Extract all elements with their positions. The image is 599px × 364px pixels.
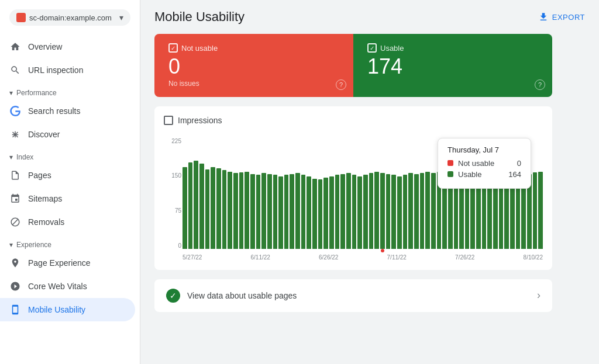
- chart-bar[interactable]: [216, 168, 221, 249]
- chart-bar[interactable]: [183, 167, 187, 249]
- usable-count: 174: [367, 55, 538, 78]
- y-axis-labels: 225 150 75 0: [164, 138, 181, 249]
- chart-bar[interactable]: [386, 174, 391, 249]
- removals-icon: [9, 216, 21, 228]
- x-axis-labels: 5/27/22 6/11/22 6/26/22 7/11/22 7/26/22 …: [183, 254, 543, 261]
- sidebar-item-core-web-vitals[interactable]: Core Web Vitals: [0, 275, 135, 298]
- chart-bar[interactable]: [533, 172, 538, 248]
- chevron-down-icon: ▾: [119, 13, 123, 22]
- mobile-icon: [9, 304, 21, 316]
- chart-bar[interactable]: [538, 172, 543, 249]
- chart-bar[interactable]: [329, 176, 334, 249]
- chart-container: Impressions 225 150 75 0 5/27/22 6/11/22…: [154, 106, 552, 270]
- help-icon-green[interactable]: ?: [535, 79, 545, 90]
- chart-bar[interactable]: [250, 174, 255, 249]
- page-experience-icon: [9, 257, 21, 269]
- chart-bar[interactable]: [239, 172, 244, 248]
- tooltip-dot-green: [447, 171, 453, 177]
- chart-bar[interactable]: [380, 173, 385, 249]
- pages-icon: [9, 169, 21, 181]
- chart-bar[interactable]: [335, 175, 340, 248]
- sidebar-item-pages[interactable]: Pages: [0, 164, 135, 187]
- content-area: ✓ Not usable 0 No issues ? ✓ Usable 174 …: [140, 34, 599, 326]
- chart-bar[interactable]: [245, 172, 249, 249]
- chart-bar[interactable]: [346, 173, 351, 249]
- chart-bar[interactable]: [290, 174, 294, 249]
- chart-bar[interactable]: [431, 173, 436, 249]
- chart-area: 225 150 75 0 5/27/22 6/11/22 6/26/22 7/1…: [164, 132, 543, 261]
- chart-bar[interactable]: [307, 176, 311, 249]
- chart-bar[interactable]: [340, 174, 345, 249]
- section-index[interactable]: ▾ Index: [0, 146, 140, 164]
- chart-bar[interactable]: [420, 173, 425, 249]
- property-selector[interactable]: sc-domain:example.com ▾: [9, 9, 130, 26]
- chevron-right-icon: ›: [537, 289, 541, 301]
- chart-bar[interactable]: [278, 176, 283, 249]
- sidebar-item-removals[interactable]: Removals: [0, 210, 135, 234]
- check-icon-green: ✓: [367, 43, 377, 53]
- help-icon-red[interactable]: ?: [336, 79, 346, 90]
- export-button[interactable]: EXPORT: [538, 12, 585, 22]
- view-data-card[interactable]: ✓ View data about usable pages ›: [154, 279, 552, 312]
- search-icon: [9, 64, 21, 76]
- property-icon: [16, 13, 26, 22]
- view-data-text: View data about usable pages: [187, 291, 530, 300]
- chart-title: Impressions: [178, 116, 222, 125]
- chart-bar[interactable]: [425, 172, 430, 249]
- success-icon: ✓: [166, 289, 180, 303]
- chart-bar[interactable]: [188, 162, 193, 249]
- chart-bar[interactable]: [205, 169, 210, 249]
- not-usable-count: 0: [168, 55, 339, 78]
- main-content: Mobile Usability EXPORT ✓ Not usable 0 N…: [140, 0, 599, 364]
- chart-bar[interactable]: [414, 174, 419, 249]
- section-experience[interactable]: ▾ Experience: [0, 234, 140, 251]
- sidebar-item-mobile-usability[interactable]: Mobile Usability: [0, 298, 135, 321]
- chart-bar[interactable]: [369, 173, 374, 249]
- google-icon: [9, 105, 21, 117]
- page-title: Mobile Usability: [154, 9, 245, 25]
- sidebar-item-page-experience[interactable]: Page Experience: [0, 251, 135, 275]
- chart-tooltip: Thursday, Jul 7 Not usable 0 Usable 164: [438, 138, 531, 189]
- sidebar-item-overview[interactable]: Overview: [0, 35, 135, 58]
- tooltip-not-usable-row: Not usable 0: [447, 159, 521, 168]
- sidebar-item-discover[interactable]: Discover: [0, 123, 135, 146]
- chart-bar[interactable]: [267, 174, 272, 249]
- usable-card: ✓ Usable 174 ?: [353, 34, 552, 97]
- chart-bar[interactable]: [374, 172, 379, 248]
- section-performance[interactable]: ▾ Performance: [0, 82, 140, 99]
- sidebar-item-search-results[interactable]: Search results: [0, 99, 135, 123]
- chart-checkbox[interactable]: [164, 116, 173, 125]
- topbar: Mobile Usability EXPORT: [140, 0, 599, 34]
- chart-bar[interactable]: [408, 173, 413, 249]
- sitemaps-icon: [9, 193, 21, 204]
- not-usable-card: ✓ Not usable 0 No issues ?: [154, 34, 353, 97]
- chart-bar[interactable]: [391, 175, 396, 248]
- asterisk-icon: [9, 129, 21, 140]
- chart-bar[interactable]: [357, 176, 362, 249]
- chart-bar[interactable]: [284, 175, 289, 248]
- sidebar-item-sitemaps[interactable]: Sitemaps: [0, 187, 135, 210]
- chart-bar[interactable]: [403, 175, 408, 248]
- sidebar-item-url-inspection[interactable]: URL inspection: [0, 58, 135, 82]
- chart-bar[interactable]: [222, 170, 227, 248]
- tooltip-dot-red: [447, 160, 453, 166]
- chart-bar[interactable]: [228, 172, 232, 249]
- chart-bar[interactable]: [352, 175, 357, 248]
- sidebar: sc-domain:example.com ▾ Overview URL ins…: [0, 0, 140, 364]
- chart-bar[interactable]: [295, 173, 300, 249]
- chart-bar[interactable]: [261, 173, 266, 249]
- chart-bar[interactable]: [273, 175, 278, 248]
- chart-bar[interactable]: [363, 175, 368, 248]
- chart-bar[interactable]: [194, 161, 198, 248]
- chart-bar[interactable]: [233, 173, 238, 249]
- chart-bar[interactable]: [256, 175, 261, 248]
- chart-bar[interactable]: [199, 164, 204, 249]
- tooltip-date: Thursday, Jul 7: [447, 145, 521, 154]
- chart-bar[interactable]: [318, 179, 323, 248]
- chart-bar[interactable]: [211, 167, 215, 249]
- chart-bar[interactable]: [301, 175, 306, 248]
- chart-bar[interactable]: [312, 179, 317, 249]
- chart-bar[interactable]: [323, 178, 328, 249]
- chart-bar[interactable]: [397, 176, 402, 249]
- collapse-icon-experience: ▾: [9, 241, 13, 249]
